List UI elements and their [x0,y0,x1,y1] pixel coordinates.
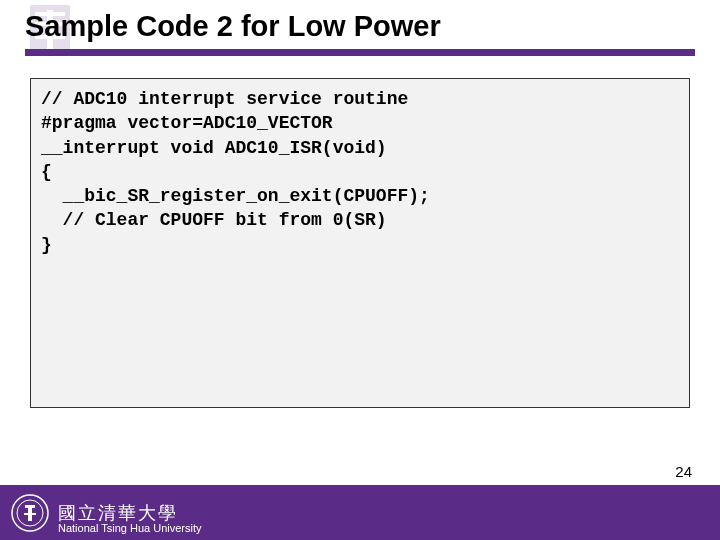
svg-rect-9 [24,513,36,515]
university-name-cn: 國立清華大學 [58,501,178,525]
slide-title: Sample Code 2 for Low Power [25,10,695,43]
code-content: // ADC10 interrupt service routine #prag… [41,87,679,257]
university-name-en: National Tsing Hua University [58,522,201,534]
page-number: 24 [675,463,692,480]
title-area: Sample Code 2 for Low Power [25,10,695,56]
title-underline [25,49,695,56]
code-box: // ADC10 interrupt service routine #prag… [30,78,690,408]
university-emblem-icon [10,493,50,533]
